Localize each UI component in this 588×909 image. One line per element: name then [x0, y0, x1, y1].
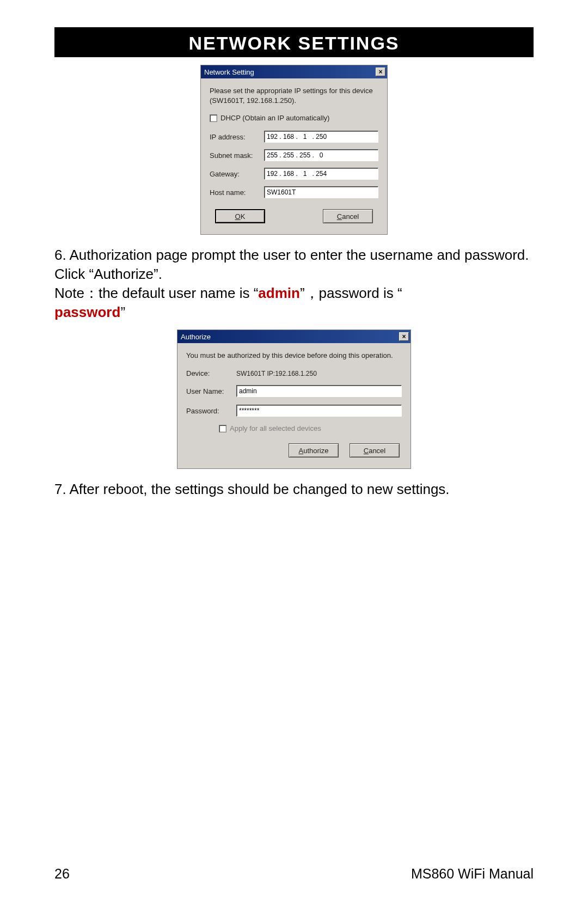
page-number: 26 — [54, 866, 70, 882]
gateway-input[interactable] — [264, 168, 378, 180]
dhcp-checkbox[interactable] — [210, 114, 217, 122]
ip-address-input[interactable] — [264, 131, 378, 143]
authorize-button[interactable]: AuthorizeAuthorize — [289, 443, 339, 457]
device-value: SW1601T IP:192.168.1.250 — [236, 370, 317, 377]
dialog-title: Authorize — [181, 333, 211, 341]
hostname-input[interactable] — [264, 186, 378, 198]
gateway-label: Gateway: — [210, 170, 264, 178]
dialog-instruction: You must be authorized by this device be… — [186, 351, 402, 361]
dialog-titlebar: Network Setting × — [201, 65, 387, 78]
document-title: MS860 WiFi Manual — [411, 866, 534, 882]
device-label: Device: — [186, 369, 236, 377]
dialog-network-setting: Network Setting × Please set the appropr… — [200, 65, 388, 235]
section-header: Network Settings — [54, 27, 534, 57]
apply-all-label: Apply for all selected devices — [230, 424, 321, 432]
page-footer: 26 MS860 WiFi Manual — [54, 866, 534, 882]
password-label: Password: — [186, 407, 236, 415]
ok-button[interactable]: OOKK — [215, 209, 265, 223]
dialog-instruction: Please set the appropriate IP settings f… — [210, 86, 378, 105]
cancel-button[interactable]: CancelCancel — [350, 443, 400, 457]
subnet-mask-label: Subnet mask: — [210, 151, 264, 160]
ip-address-label: IP address: — [210, 133, 264, 141]
subnet-mask-input[interactable] — [264, 149, 378, 161]
username-label: User Name: — [186, 387, 236, 395]
password-input[interactable] — [236, 405, 402, 417]
dialog-authorize: Authorize × You must be authorized by th… — [177, 330, 411, 469]
dhcp-label: DHCP (Obtain an IP automatically) — [220, 114, 329, 122]
dialog-titlebar: Authorize × — [177, 330, 411, 343]
step-7-text: 7. After reboot, the settings should be … — [54, 480, 534, 499]
dialog-title: Network Setting — [204, 68, 254, 76]
apply-all-checkbox[interactable] — [219, 425, 226, 432]
hostname-label: Host name: — [210, 188, 264, 197]
step-6-text: 6. Authorization page prompt the user to… — [54, 246, 534, 322]
username-input[interactable] — [236, 385, 402, 397]
close-icon[interactable]: × — [399, 332, 409, 341]
cancel-button[interactable]: CancelCancel — [323, 209, 373, 223]
close-icon[interactable]: × — [376, 68, 385, 76]
